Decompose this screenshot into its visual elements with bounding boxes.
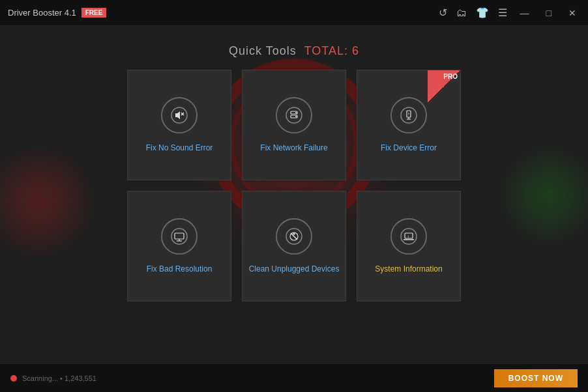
main-content: Quick Tools TOTAL: 6 Fix No Sound Error [0,26,588,392]
tool-card-clean-unplugged[interactable]: Clean Unplugged Devices [242,191,346,301]
restore-icon[interactable]: ↺ [439,7,447,19]
svg-point-7 [295,116,297,117]
menu-icon[interactable]: ☰ [498,7,507,19]
briefcase-icon[interactable]: 🗂 [456,7,467,19]
tool-card-system-info[interactable]: i System Information [357,191,461,301]
title-controls: ↺ 🗂 👕 ☰ — □ ✕ [439,7,580,20]
pro-badge-label: PRO [443,73,458,80]
app-title: Driver Booster 4.1 [8,8,76,18]
close-button[interactable]: ✕ [565,7,580,20]
tool-card-fix-network[interactable]: Fix Network Failure [242,70,346,180]
tools-grid: Fix No Sound Error Fix Network Failure P… [0,70,588,301]
free-badge: FREE [81,8,107,18]
fix-no-sound-label: Fix No Sound Error [141,143,218,154]
svg-text:i: i [408,234,409,238]
gift-icon[interactable]: 👕 [476,7,489,19]
fix-network-label: Fix Network Failure [255,143,332,154]
svg-text:!: ! [408,112,409,116]
fix-device-label: Fix Device Error [375,143,442,154]
fix-no-sound-icon [161,97,198,133]
title-bar: Driver Booster 4.1 FREE ↺ 🗂 👕 ☰ — □ ✕ [0,0,588,26]
svg-rect-23 [405,233,413,238]
svg-rect-14 [175,233,184,239]
minimize-button[interactable]: — [516,7,533,20]
svg-point-6 [295,112,297,113]
status-indicator [10,375,17,382]
tool-card-fix-device[interactable]: PRO ! Fix Device Error [357,70,461,180]
fix-network-icon [276,97,312,133]
clean-unplugged-label: Clean Unplugged Devices [244,264,345,275]
page-title: Quick Tools [229,44,297,58]
system-info-icon: i [390,218,427,255]
fix-device-icon: ! [390,97,427,133]
tool-card-fix-no-sound[interactable]: Fix No Sound Error [127,70,231,180]
page-count: TOTAL: 6 [304,44,359,58]
maximize-button[interactable]: □ [542,7,555,20]
bottom-bar: Scanning... • 1,243,551 BOOST NOW [0,363,588,392]
pro-badge: PRO [428,70,460,103]
fix-resolution-label: Fix Bad Resolution [141,264,218,275]
status-text: Scanning... • 1,243,551 [22,374,96,382]
system-info-label: System Information [370,264,447,275]
title-left: Driver Booster 4.1 FREE [8,8,106,18]
bottom-status: Scanning... • 1,243,551 [10,374,96,382]
tool-card-fix-resolution[interactable]: Fix Bad Resolution [127,191,231,301]
page-header: Quick Tools TOTAL: 6 [0,26,588,70]
svg-point-22 [401,229,417,244]
clean-unplugged-icon [276,218,312,255]
fix-resolution-icon [161,218,198,255]
svg-point-13 [171,229,187,244]
boost-now-button[interactable]: BOOST NOW [494,369,578,387]
